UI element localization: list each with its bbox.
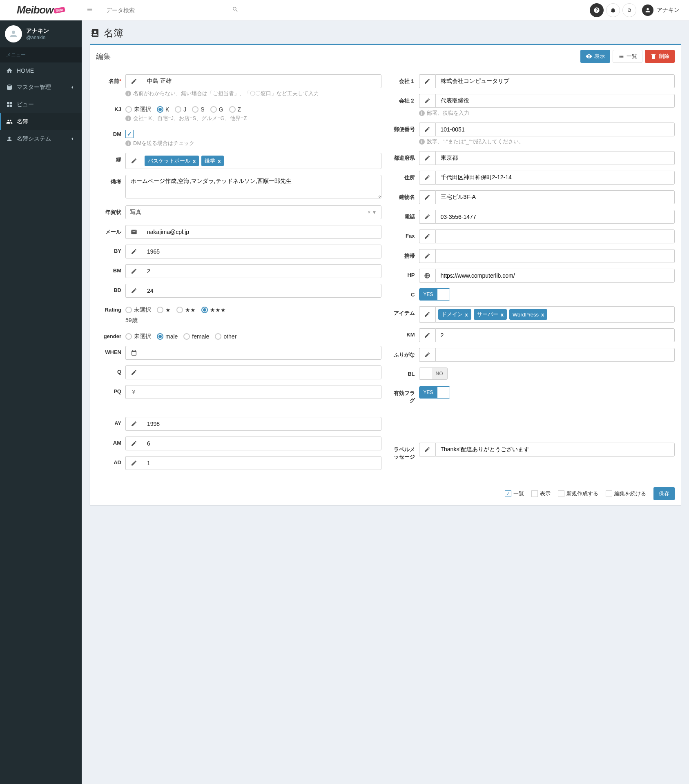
gender-radio[interactable]: 未選択 — [125, 333, 151, 340]
mob-input[interactable] — [435, 249, 675, 263]
edit-icon — [419, 249, 435, 263]
rating-radio[interactable]: ★ — [157, 307, 171, 313]
dm-checkbox[interactable]: ✓ — [125, 130, 134, 138]
item-tags-input[interactable]: ドメインxサーバーxWordPressx — [435, 306, 675, 323]
zip-input[interactable] — [435, 122, 675, 136]
sidebar-item-master[interactable]: マスター管理 — [0, 79, 82, 96]
by-input[interactable] — [142, 245, 381, 258]
radio-label: ★ — [165, 307, 171, 313]
km-input[interactable] — [435, 328, 675, 342]
gender-radio[interactable]: male — [157, 333, 178, 340]
logo[interactable]: Meibow Beta — [0, 0, 82, 20]
list-button[interactable]: 一覧 — [613, 50, 642, 63]
notifications-button[interactable] — [606, 3, 620, 17]
tag-remove-icon[interactable]: x — [193, 158, 196, 164]
kj-radio[interactable]: G — [210, 106, 223, 113]
edit-icon — [125, 74, 142, 88]
label-pref: 都道府県 — [390, 151, 419, 162]
sidebar-item-home[interactable]: HOME — [0, 62, 82, 79]
search-button[interactable] — [229, 3, 242, 17]
nenga-select[interactable]: 写真 × ▼ — [125, 205, 381, 219]
pref-input[interactable] — [435, 151, 675, 165]
ad-input[interactable] — [142, 456, 381, 470]
label-en: 縁 — [96, 153, 125, 163]
tag-remove-icon[interactable]: x — [465, 312, 468, 318]
radio-label: female — [192, 333, 209, 340]
label-km: KM — [390, 328, 419, 338]
search-input[interactable] — [102, 4, 229, 17]
c2-input[interactable] — [435, 94, 675, 108]
tel-input[interactable] — [435, 210, 675, 224]
kj-radio[interactable]: Z — [229, 106, 241, 113]
help-button[interactable] — [590, 3, 604, 17]
footer-cb-show[interactable]: 表示 — [531, 490, 551, 497]
sidebar-user-panel: アナキン @anakin — [0, 20, 82, 47]
sidebar-toggle[interactable] — [82, 6, 98, 14]
bd-input[interactable] — [142, 284, 381, 298]
sidebar-item-meibo[interactable]: 名簿 — [0, 113, 82, 130]
refresh-button[interactable] — [622, 3, 636, 17]
show-button[interactable]: 表示 — [580, 50, 610, 63]
edit-icon — [419, 348, 435, 362]
ay-input[interactable] — [142, 417, 381, 431]
edit-icon — [125, 417, 142, 431]
toggle-off: NO — [432, 368, 447, 379]
user-menu[interactable]: アナキン — [639, 3, 683, 18]
en-tag[interactable]: バスケットボールx — [145, 156, 199, 166]
biko-textarea[interactable] — [125, 175, 381, 198]
bld-input[interactable] — [435, 190, 675, 204]
help-text: DMを送る場合はチェック — [133, 140, 194, 147]
bl-toggle[interactable]: NO — [419, 368, 448, 380]
q-input[interactable] — [142, 365, 381, 379]
sidebar-item-view[interactable]: ビュー — [0, 96, 82, 113]
item-tag[interactable]: サーバーx — [474, 309, 507, 320]
select-value: 写真 — [130, 209, 141, 216]
label-rating: Rating — [96, 303, 125, 313]
kj-radio[interactable]: S — [192, 106, 204, 113]
footer-cb-new[interactable]: 新規作成する — [558, 490, 598, 497]
mail-input[interactable] — [142, 225, 381, 239]
furi-input[interactable] — [435, 348, 675, 362]
item-tag[interactable]: ドメインx — [438, 309, 471, 320]
menu-header: メニュー — [0, 47, 82, 62]
hp-input[interactable] — [435, 269, 675, 283]
bm-input[interactable] — [142, 264, 381, 278]
addr-input[interactable] — [435, 171, 675, 185]
kj-radio[interactable]: J — [175, 106, 186, 113]
rating-radio[interactable]: 未選択 — [125, 306, 151, 314]
rating-radio[interactable]: ★★★ — [201, 307, 226, 313]
sidebar-item-meibo-system[interactable]: 名簿システム — [0, 130, 82, 147]
en-tags-input[interactable]: バスケットボールx鎌学x — [142, 153, 381, 169]
sidebar-user-name: アナキン — [26, 27, 49, 35]
edit-icon — [419, 171, 435, 185]
delete-button[interactable]: 削除 — [645, 50, 675, 63]
gender-radio[interactable]: female — [183, 333, 209, 340]
sidebar-item-label: HOME — [17, 67, 34, 74]
name-input[interactable] — [142, 74, 381, 88]
valid-toggle[interactable]: YES — [419, 386, 450, 399]
footer-cb-continue[interactable]: 編集を続ける — [606, 490, 646, 497]
labelmsg-input[interactable] — [435, 443, 675, 457]
kj-radio[interactable]: 未選択 — [125, 106, 151, 113]
en-tag[interactable]: 鎌学x — [201, 156, 224, 166]
gender-radio[interactable]: other — [215, 333, 236, 340]
tag-remove-icon[interactable]: x — [541, 312, 544, 318]
help-text: 数字、"-"または"_"で記入してください。 — [427, 138, 524, 145]
am-input[interactable] — [142, 437, 381, 450]
kj-radio[interactable]: K — [157, 106, 169, 113]
c1-input[interactable] — [435, 74, 675, 88]
when-input[interactable] — [142, 346, 381, 360]
database-icon — [6, 84, 13, 91]
item-tag[interactable]: WordPressx — [509, 309, 547, 320]
rating-radio[interactable]: ★★ — [176, 307, 196, 313]
fax-input[interactable] — [435, 229, 675, 243]
tag-remove-icon[interactable]: x — [218, 158, 221, 164]
select-clear[interactable]: × ▼ — [368, 209, 377, 215]
c-toggle[interactable]: YES — [419, 288, 450, 301]
pq-input[interactable] — [142, 385, 381, 399]
footer-cb-list[interactable]: ✓一覧 — [505, 490, 524, 497]
sidebar-user-handle: @anakin — [26, 35, 49, 40]
trash-icon — [650, 53, 657, 60]
save-button[interactable]: 保存 — [653, 487, 675, 500]
tag-remove-icon[interactable]: x — [501, 312, 504, 318]
